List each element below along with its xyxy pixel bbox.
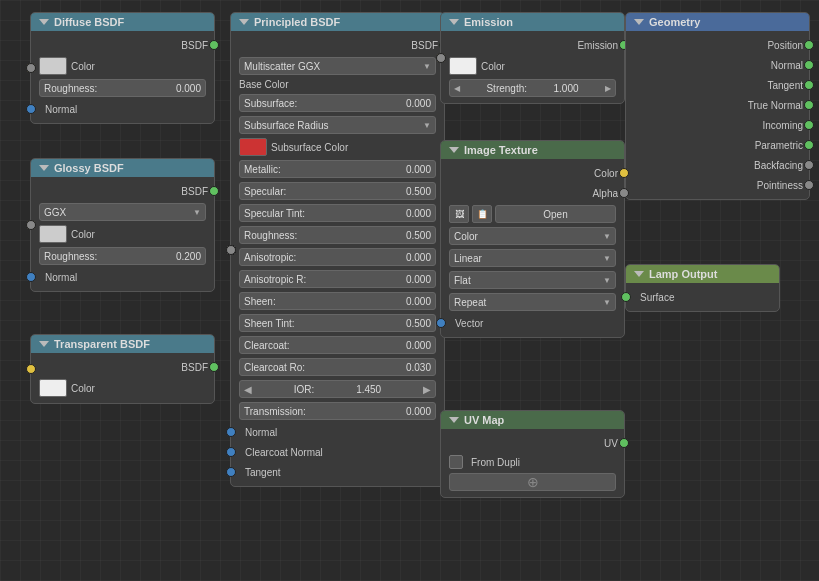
image-texture-projection-row[interactable]: Flat ▼ (441, 269, 624, 291)
image-texture-icon2[interactable]: 📋 (472, 205, 492, 223)
collapse-icon[interactable] (449, 147, 459, 153)
principled-metallic-row: Metallic: 0.000 (231, 158, 444, 180)
glossy-distribution-row[interactable]: GGX ▼ (31, 201, 214, 223)
principled-subsurface-row: Subsurface: 0.000 (231, 92, 444, 114)
node-principled[interactable]: Principled BSDF BSDF Multiscatter GGX ▼ … (230, 12, 445, 487)
node-glossy-title: Glossy BSDF (54, 162, 124, 174)
principled-subsurface-radius-dropdown[interactable]: Subsurface Radius ▼ (239, 116, 436, 134)
dropdown-arrow-icon: ▼ (193, 208, 201, 217)
diffuse-roughness-field[interactable]: Roughness: 0.000 (39, 79, 206, 97)
glossy-color-swatch[interactable] (39, 225, 67, 243)
principled-distribution-dropdown[interactable]: Multiscatter GGX ▼ (239, 57, 436, 75)
collapse-icon[interactable] (39, 19, 49, 25)
transparent-bsdf-socket[interactable] (209, 362, 219, 372)
image-texture-extension-dropdown[interactable]: Repeat ▼ (449, 293, 616, 311)
principled-subsurface-color-swatch[interactable] (239, 138, 267, 156)
principled-sheen-tint-field[interactable]: Sheen Tint: 0.500 (239, 314, 436, 332)
image-texture-extension-row[interactable]: Repeat ▼ (441, 291, 624, 313)
principled-specular-field[interactable]: Specular: 0.500 (239, 182, 436, 200)
image-texture-vector-socket[interactable] (436, 318, 446, 328)
principled-subsurface-field[interactable]: Subsurface: 0.000 (239, 94, 436, 112)
geometry-tangent-socket[interactable] (804, 80, 814, 90)
principled-ior-field[interactable]: ◀ IOR: 1.450 ▶ (239, 380, 436, 398)
emission-color-swatch[interactable] (449, 57, 477, 75)
image-texture-interpolation-dropdown[interactable]: Linear ▼ (449, 249, 616, 267)
uv-map-selector-dropdown[interactable]: ⊕ (449, 473, 616, 491)
node-lamp-output[interactable]: Lamp Output Surface (625, 264, 780, 312)
geometry-incoming-socket[interactable] (804, 120, 814, 130)
transparent-color-swatch[interactable] (39, 379, 67, 397)
glossy-roughness-field[interactable]: Roughness: 0.200 (39, 247, 206, 265)
diffuse-normal-socket[interactable] (26, 104, 36, 114)
geometry-pointiness-socket[interactable] (804, 180, 814, 190)
from-dupli-checkbox[interactable] (449, 455, 463, 469)
node-lamp-output-header: Lamp Output (626, 265, 779, 283)
glossy-distribution-dropdown[interactable]: GGX ▼ (39, 203, 206, 221)
principled-transmission-field[interactable]: Transmission: 0.000 (239, 402, 436, 420)
uv-map-selector-row[interactable]: ⊕ (441, 471, 624, 493)
node-diffuse[interactable]: Diffuse BSDF BSDF Color Roughness: 0.000… (30, 12, 215, 124)
principled-specular-tint-field[interactable]: Specular Tint: 0.000 (239, 204, 436, 222)
principled-sheen-field[interactable]: Sheen: 0.000 (239, 292, 436, 310)
geometry-position-socket[interactable] (804, 40, 814, 50)
principled-tangent-socket[interactable] (226, 467, 236, 477)
image-texture-open-button[interactable]: Open (495, 205, 616, 223)
image-texture-color-space-row[interactable]: Color ▼ (441, 225, 624, 247)
node-transparent[interactable]: Transparent BSDF BSDF Color (30, 334, 215, 404)
glossy-bsdf-socket[interactable] (209, 186, 219, 196)
image-texture-color-space-dropdown[interactable]: Color ▼ (449, 227, 616, 245)
collapse-icon[interactable] (449, 417, 459, 423)
principled-sheen-row: Sheen: 0.000 (231, 290, 444, 312)
principled-roughness-row: Roughness: 0.500 (231, 224, 444, 246)
node-glossy[interactable]: Glossy BSDF BSDF GGX ▼ Color Roughness: … (30, 158, 215, 292)
principled-distribution-row[interactable]: Multiscatter GGX ▼ (231, 55, 444, 77)
collapse-icon[interactable] (449, 19, 459, 25)
geometry-true-normal-socket[interactable] (804, 100, 814, 110)
node-emission-title: Emission (464, 16, 513, 28)
image-texture-alpha-socket[interactable] (619, 188, 629, 198)
principled-clearcoat-ro-row: Clearcoat Ro: 0.030 (231, 356, 444, 378)
collapse-icon[interactable] (634, 271, 644, 277)
collapse-icon[interactable] (239, 19, 249, 25)
glossy-normal-socket[interactable] (26, 272, 36, 282)
image-texture-open-row[interactable]: 🖼 📋 Open (441, 203, 624, 225)
node-uv-map[interactable]: UV Map UV From Dupli ⊕ (440, 410, 625, 498)
image-texture-interpolation-row[interactable]: Linear ▼ (441, 247, 624, 269)
geometry-backfacing-socket[interactable] (804, 160, 814, 170)
image-texture-color-socket[interactable] (619, 168, 629, 178)
node-image-texture[interactable]: Image Texture Color Alpha 🖼 📋 Open Color (440, 140, 625, 338)
principled-metallic-field[interactable]: Metallic: 0.000 (239, 160, 436, 178)
principled-clearcoat-normal-socket[interactable] (226, 447, 236, 457)
principled-anisotropic-field[interactable]: Anisotropic: 0.000 (239, 248, 436, 266)
node-emission[interactable]: Emission Emission Color ◀ Strength: 1.00… (440, 12, 625, 104)
image-texture-projection-dropdown[interactable]: Flat ▼ (449, 271, 616, 289)
principled-roughness-field[interactable]: Roughness: 0.500 (239, 226, 436, 244)
node-emission-header: Emission (441, 13, 624, 31)
collapse-icon[interactable] (39, 341, 49, 347)
node-image-texture-header: Image Texture (441, 141, 624, 159)
uv-map-uv-socket[interactable] (619, 438, 629, 448)
diffuse-bsdf-socket[interactable] (209, 40, 219, 50)
lamp-output-surface-socket[interactable] (621, 292, 631, 302)
node-diffuse-header: Diffuse BSDF (31, 13, 214, 31)
collapse-icon[interactable] (634, 19, 644, 25)
principled-clearcoat-ro-field[interactable]: Clearcoat Ro: 0.030 (239, 358, 436, 376)
diffuse-roughness-socket[interactable] (26, 63, 36, 73)
geometry-normal-socket[interactable] (804, 60, 814, 70)
image-texture-icon1[interactable]: 🖼 (449, 205, 469, 223)
image-texture-color-out: Color (441, 163, 624, 183)
principled-normal-socket[interactable] (226, 427, 236, 437)
geometry-parametric-socket[interactable] (804, 140, 814, 150)
transparent-color-socket-in[interactable] (26, 364, 36, 374)
principled-anisotropic-r-field[interactable]: Anisotropic R: 0.000 (239, 270, 436, 288)
emission-strength-field[interactable]: ◀ Strength: 1.000 ▶ (449, 79, 616, 97)
collapse-icon[interactable] (39, 165, 49, 171)
ior-right-arrow: ▶ (423, 384, 431, 395)
glossy-roughness-socket[interactable] (26, 220, 36, 230)
emission-output: Emission (441, 35, 624, 55)
diffuse-color-swatch[interactable] (39, 57, 67, 75)
principled-transmission-socket[interactable] (226, 245, 236, 255)
node-geometry[interactable]: Geometry Position Normal Tangent True No… (625, 12, 810, 200)
principled-clearcoat-field[interactable]: Clearcoat: 0.000 (239, 336, 436, 354)
emission-strength-socket[interactable] (436, 53, 446, 63)
